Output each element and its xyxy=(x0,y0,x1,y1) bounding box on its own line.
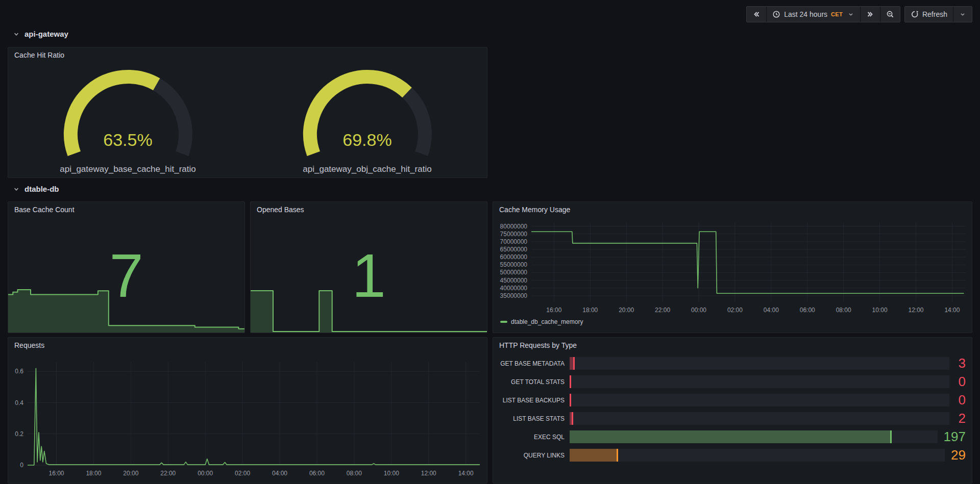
timezone-badge: CET xyxy=(831,11,843,17)
gauge-value: 63.5% xyxy=(8,131,248,148)
bar-category-label: LIST BASE STATS xyxy=(499,415,565,422)
panel-cache-memory-usage: Cache Memory Usage 350000004000000045000… xyxy=(493,201,972,333)
legend-series-swatch xyxy=(500,321,507,323)
time-shift-forward-button[interactable] xyxy=(860,7,880,22)
bar-value: 29 xyxy=(951,449,966,462)
x-axis-tick-label: 16:00 xyxy=(546,307,561,314)
bar-value: 0 xyxy=(955,394,966,406)
gauge-value: 69.8% xyxy=(248,131,487,148)
gauge-obj-cache-hit-ratio: 69.8% api_gateway_obj_cache_hit_ratio xyxy=(248,62,487,177)
chevron-down-icon xyxy=(13,186,19,192)
row-title: api-gateway xyxy=(24,30,68,38)
refresh-picker-group: Refresh xyxy=(904,6,972,22)
panel-title[interactable]: Cache Hit Ratio xyxy=(14,51,64,59)
x-axis-tick-label: 02:00 xyxy=(727,307,743,314)
grafana-dashboard: Last 24 hours CET Refresh api-gateway xyxy=(0,0,980,484)
x-axis-tick-label: 14:00 xyxy=(944,307,960,314)
y-axis-tick-label: 55000000 xyxy=(500,261,528,268)
bar-fill xyxy=(570,357,575,370)
series-line xyxy=(531,232,964,293)
bar-track xyxy=(570,430,938,443)
bar-fill xyxy=(570,394,571,406)
panel-base-cache-count: Base Cache Count 7 xyxy=(8,201,245,333)
bar-fill xyxy=(570,430,892,443)
x-axis-tick-label: 08:00 xyxy=(836,307,851,314)
panel-opened-bases: Opened Bases 1 xyxy=(250,201,487,333)
bar-track xyxy=(570,394,949,406)
x-axis-tick-label: 18:00 xyxy=(582,307,598,314)
bar-value: 2 xyxy=(955,412,966,425)
x-axis-tick-label: 10:00 xyxy=(384,470,399,477)
chevron-down-icon xyxy=(847,11,854,18)
panel-title[interactable]: Cache Memory Usage xyxy=(499,206,570,214)
dashboard-toolbar: Last 24 hours CET Refresh xyxy=(746,6,972,22)
x-axis-tick-label: 22:00 xyxy=(160,470,176,477)
bar-category-label: QUERY LINKS xyxy=(499,452,565,459)
panel-title[interactable]: Opened Bases xyxy=(257,206,304,214)
zoom-out-time-button[interactable] xyxy=(880,7,900,22)
time-series-chart[interactable]: 00.20.40.616:0018:0020:0022:0000:0002:00… xyxy=(8,338,487,483)
panel-title[interactable]: HTTP Requests by Type xyxy=(499,341,577,349)
refresh-label: Refresh xyxy=(922,10,947,18)
y-axis-tick-label: 70000000 xyxy=(500,238,528,245)
y-axis-tick-label: 35000000 xyxy=(500,292,528,299)
clock-icon xyxy=(772,10,780,18)
chevron-down-icon xyxy=(959,11,966,18)
bar-value: 197 xyxy=(944,430,966,443)
x-axis-tick-label: 06:00 xyxy=(800,307,815,314)
bar-track xyxy=(570,357,949,370)
x-axis-tick-label: 20:00 xyxy=(123,470,138,477)
y-axis-tick-label: 0.2 xyxy=(15,430,23,438)
legend-series-label: dtable_db_cache_memory xyxy=(511,318,583,325)
stat-value: 7 xyxy=(8,245,244,306)
x-axis-tick-label: 04:00 xyxy=(272,470,287,477)
y-axis-tick-label: 50000000 xyxy=(500,269,528,276)
x-axis-tick-label: 12:00 xyxy=(908,307,923,314)
bar-gauge-row: EXEC SQL197 xyxy=(499,430,966,443)
panel-requests: Requests 00.20.40.616:0018:0020:0022:000… xyxy=(8,337,487,483)
bar-category-label: LIST BASE BACKUPS xyxy=(499,397,565,404)
x-axis-tick-label: 16:00 xyxy=(48,470,64,477)
row-header-api-gateway[interactable]: api-gateway xyxy=(13,30,68,38)
y-axis-tick-label: 65000000 xyxy=(500,246,528,253)
x-axis-tick-label: 20:00 xyxy=(619,307,634,314)
bar-track xyxy=(570,412,949,425)
panel-cache-hit-ratio: Cache Hit Ratio 63.5% api_gateway_base_c… xyxy=(8,47,487,178)
bar-value: 0 xyxy=(955,375,966,388)
series-line xyxy=(28,368,480,465)
zoom-out-icon xyxy=(886,10,894,18)
legend-item-dtable-db-cache-memory[interactable]: dtable_db_cache_memory xyxy=(500,318,583,325)
x-axis-tick-label: 00:00 xyxy=(198,470,213,477)
gauge-label: api_gateway_obj_cache_hit_ratio xyxy=(303,164,431,174)
bar-gauge-list: GET BASE METADATA3GET TOTAL STATS0LIST B… xyxy=(499,357,966,467)
y-axis-tick-label: 0.4 xyxy=(15,399,23,406)
bar-fill xyxy=(570,449,618,462)
gauge-container: 63.5% api_gateway_base_cache_hit_ratio 6… xyxy=(8,62,487,177)
x-axis-tick-label: 22:00 xyxy=(655,307,670,314)
bar-value: 3 xyxy=(955,357,966,370)
time-shift-back-button[interactable] xyxy=(747,7,766,22)
bar-gauge-row: QUERY LINKS29 xyxy=(499,449,966,462)
bar-category-label: GET BASE METADATA xyxy=(499,360,565,367)
panel-http-requests-by-type: HTTP Requests by Type GET BASE METADATA3… xyxy=(493,337,972,483)
x-axis-tick-label: 18:00 xyxy=(86,470,101,477)
time-series-chart[interactable]: 3500000040000000450000005000000055000000… xyxy=(493,202,972,333)
time-range-picker-button[interactable]: Last 24 hours CET xyxy=(766,7,860,22)
bar-track xyxy=(570,375,949,388)
row-header-dtable-db[interactable]: dtable-db xyxy=(13,185,59,193)
refresh-button[interactable]: Refresh xyxy=(905,7,953,22)
bar-category-label: EXEC SQL xyxy=(499,434,565,441)
x-axis-tick-label: 04:00 xyxy=(764,307,779,314)
y-axis-tick-label: 45000000 xyxy=(500,277,528,284)
x-axis-tick-label: 00:00 xyxy=(691,307,706,314)
x-axis-tick-label: 06:00 xyxy=(309,470,325,477)
refresh-interval-dropdown-button[interactable] xyxy=(953,7,972,22)
y-axis-tick-label: 40000000 xyxy=(500,285,528,292)
bar-fill xyxy=(570,412,573,425)
bar-gauge-row: LIST BASE BACKUPS0 xyxy=(499,394,966,406)
stat-value: 1 xyxy=(251,245,487,306)
y-axis-tick-label: 75000000 xyxy=(500,231,528,238)
panel-title[interactable]: Base Cache Count xyxy=(14,206,75,214)
panel-title[interactable]: Requests xyxy=(14,341,44,349)
bar-gauge-row: LIST BASE STATS2 xyxy=(499,412,966,425)
